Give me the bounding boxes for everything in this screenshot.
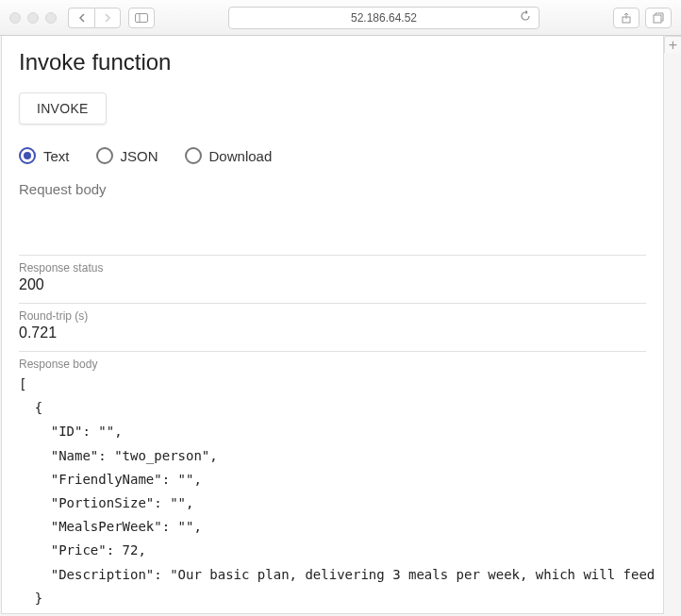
radio-label: Download <box>209 148 273 164</box>
page-title: Invoke function <box>19 49 646 75</box>
radio-json[interactable]: JSON <box>96 147 158 164</box>
sidebar-toggle-button[interactable] <box>128 8 155 28</box>
field-label: Response body <box>19 358 646 371</box>
address-bar[interactable]: 52.186.64.52 <box>228 7 540 29</box>
radio-download[interactable]: Download <box>185 147 273 164</box>
tabs-button[interactable] <box>645 8 672 28</box>
page-content: Invoke function INVOKE Text JSON Downloa… <box>1 36 664 614</box>
tabs-icon <box>653 12 664 24</box>
reload-icon <box>520 10 531 22</box>
response-body-value: [ { "ID": "", "Name": "two_person", "Fri… <box>19 373 646 614</box>
request-body-input[interactable] <box>19 181 646 247</box>
url-text: 52.186.64.52 <box>351 11 417 25</box>
radio-label: Text <box>43 148 70 164</box>
sidebar-icon <box>135 13 148 23</box>
output-format-radio-group: Text JSON Download <box>19 147 646 164</box>
browser-toolbar: 52.186.64.52 <box>0 0 681 36</box>
response-status-value: 200 <box>19 276 646 293</box>
window-controls <box>9 12 57 24</box>
reload-button[interactable] <box>520 10 531 25</box>
forward-button[interactable] <box>94 8 121 28</box>
share-button[interactable] <box>613 8 639 28</box>
chevron-left-icon <box>78 13 86 23</box>
radio-icon <box>96 147 113 164</box>
svg-rect-0 <box>136 13 148 22</box>
roundtrip-value: 0.721 <box>19 325 646 341</box>
radio-icon <box>185 147 202 164</box>
field-label: Response status <box>19 261 646 275</box>
radio-label: JSON <box>121 148 158 164</box>
roundtrip-field: Round-trip (s) 0.721 <box>19 303 646 351</box>
back-button[interactable] <box>68 8 94 28</box>
field-label: Round-trip (s) <box>19 309 646 323</box>
maximize-window-icon[interactable] <box>45 12 57 24</box>
radio-text[interactable]: Text <box>19 147 70 164</box>
response-body-field: Response body [ { "ID": "", "Name": "two… <box>19 351 646 614</box>
invoke-button[interactable]: INVOKE <box>19 92 107 125</box>
share-icon <box>621 12 632 24</box>
close-window-icon[interactable] <box>9 12 21 24</box>
svg-rect-3 <box>654 15 661 23</box>
new-tab-button[interactable]: + <box>664 36 681 53</box>
minimize-window-icon[interactable] <box>27 12 39 24</box>
chevron-right-icon <box>104 13 111 23</box>
response-status-field: Response status 200 <box>19 255 646 303</box>
radio-icon <box>19 147 36 164</box>
